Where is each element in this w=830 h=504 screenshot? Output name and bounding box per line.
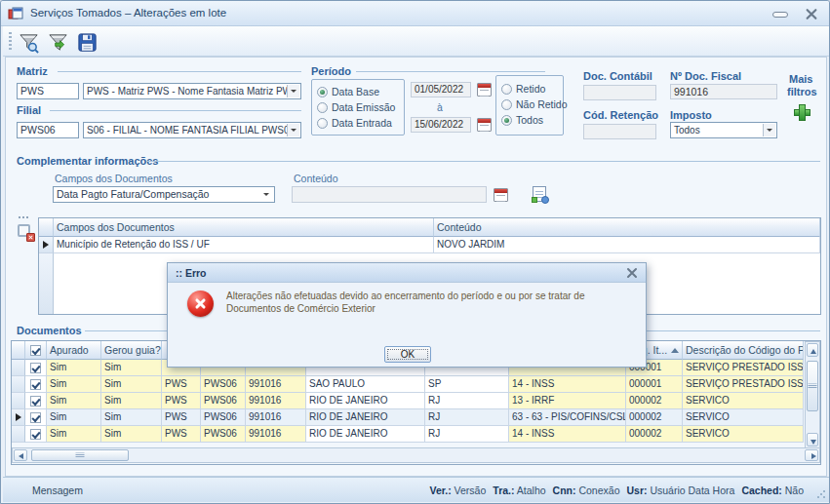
table-cell[interactable]: SAO PAULO [306, 376, 425, 393]
table-cell[interactable]: PWS [162, 409, 201, 426]
column-header[interactable]: Descrição do Código do P [683, 341, 804, 360]
date-to-input[interactable]: 15/06/2022 [411, 117, 471, 133]
titlebar[interactable]: Serviços Tomados – Alterações em lote [1, 1, 829, 26]
table-cell[interactable]: RIO DE JANEIRO [306, 409, 425, 426]
scrollbar-thumb[interactable] [807, 361, 818, 411]
table-row[interactable]: SimSimPWSPWS06991016RIO DE JANEIRORJ13 -… [12, 393, 820, 409]
table-cell[interactable]: Sim [101, 376, 162, 393]
table-cell[interactable]: RIO DE JANEIRO [306, 393, 425, 409]
table-cell[interactable]: PWS06 [201, 376, 246, 393]
chevron-down-icon[interactable] [287, 85, 299, 97]
table-cell[interactable]: 991016 [246, 409, 306, 426]
table-cell[interactable]: NOVO JARDIM [434, 237, 820, 253]
row-checkbox-cell[interactable] [25, 393, 47, 409]
matriz-code-input[interactable]: PWS [17, 83, 79, 99]
table-cell[interactable]: 000002 [626, 393, 683, 409]
filial-code-input[interactable]: PWS06 [17, 122, 79, 138]
table-cell[interactable]: SERVICO [683, 409, 804, 426]
column-header[interactable]: Campos dos Documentos [54, 218, 434, 237]
campos-documentos-combo[interactable]: Data Pagto Fatura/Compensação [53, 186, 275, 203]
horizontal-scrollbar[interactable] [12, 447, 820, 463]
table-cell[interactable]: Sim [101, 360, 162, 376]
scroll-left-button[interactable] [14, 449, 27, 461]
mais-filtros-add-icon[interactable] [794, 104, 809, 119]
table-cell[interactable]: RJ [425, 393, 509, 409]
table-cell[interactable]: 991016 [246, 376, 306, 393]
cod-retencao-input[interactable] [583, 124, 656, 139]
table-cell[interactable]: Sim [101, 426, 162, 443]
table-cell[interactable]: 991016 [246, 393, 306, 409]
error-dialog-close-button[interactable] [626, 267, 638, 279]
error-dialog-titlebar[interactable]: :: Erro [168, 263, 646, 283]
radio-option[interactable]: Data Emissão [312, 99, 404, 115]
table-row[interactable]: SimSimPWSPWS06991016RIO DE JANEIRORJ14 -… [12, 426, 820, 443]
chevron-down-icon[interactable] [763, 124, 775, 136]
table-cell[interactable]: PWS [162, 426, 201, 443]
table-cell[interactable]: SERVICO [683, 393, 804, 409]
table-cell[interactable]: PWS06 [201, 393, 246, 409]
checkbox-icon[interactable] [30, 412, 41, 423]
table-cell[interactable]: 000001 [626, 376, 683, 393]
filial-combo[interactable]: S06 - FILIAL - NOME FANTASIA FILIAL PWS0… [83, 122, 301, 138]
radio-option[interactable]: Não Retido [496, 97, 563, 112]
table-cell[interactable]: SP [425, 376, 509, 393]
table-cell[interactable]: Sim [47, 393, 101, 409]
calendar-icon[interactable] [494, 188, 508, 202]
table-cell[interactable]: Sim [47, 360, 101, 376]
table-cell[interactable]: Sim [47, 376, 101, 393]
scrollbar-thumb[interactable] [31, 449, 129, 461]
table-cell[interactable]: Sim [47, 426, 101, 443]
checkbox-icon[interactable] [30, 363, 41, 373]
save-button[interactable] [73, 28, 100, 55]
table-cell[interactable]: 14 - INSS [509, 376, 626, 393]
table-cell[interactable]: 000002 [626, 426, 683, 443]
imposto-combo[interactable]: Todos [670, 122, 777, 138]
row-checkbox-cell[interactable] [25, 376, 47, 393]
chevron-down-icon[interactable] [260, 188, 273, 201]
table-cell[interactable]: RIO DE JANEIRO [306, 426, 425, 443]
table-cell[interactable]: 000002 [626, 409, 683, 426]
table-cell[interactable]: 14 - INSS [509, 426, 626, 443]
table-cell[interactable]: PWS06 [201, 409, 246, 426]
column-header[interactable]: Gerou guia? [101, 341, 162, 360]
calendar-icon[interactable] [477, 118, 492, 132]
close-button[interactable] [805, 8, 818, 20]
toolbar-grip[interactable] [9, 32, 12, 52]
ok-button[interactable]: OK [384, 346, 431, 363]
table-cell[interactable]: PWS06 [201, 426, 246, 443]
table-cell[interactable]: 991016 [246, 426, 306, 443]
table-cell[interactable]: SERVIÇO PRESTADO ISS [683, 376, 804, 393]
row-checkbox-cell[interactable] [25, 360, 47, 376]
checkbox-icon[interactable] [30, 429, 41, 440]
table-cell[interactable]: RJ [425, 409, 509, 426]
scroll-down-button[interactable] [807, 433, 818, 446]
table-cell[interactable]: SERVICO [683, 426, 804, 443]
table-cell[interactable]: 13 - IRRF [509, 393, 626, 409]
table-cell[interactable]: PWS [162, 376, 201, 393]
radio-option[interactable]: Data Entrada [312, 115, 404, 131]
minimize-button[interactable] [772, 12, 788, 18]
filter-apply-button[interactable] [44, 28, 71, 55]
select-all-header[interactable] [25, 341, 47, 360]
num-doc-fiscal-input[interactable]: 991016 [670, 84, 777, 99]
matriz-combo[interactable]: PWS - Matriz PWS - Nome Fantasia Matriz … [83, 83, 301, 99]
table-cell[interactable]: RJ [425, 426, 509, 443]
table-row[interactable]: SimSimPWSPWS06991016SAO PAULOSP14 - INSS… [12, 376, 820, 393]
row-checkbox-cell[interactable] [25, 409, 47, 426]
table-cell[interactable]: PWS [162, 393, 201, 409]
checkbox-icon[interactable] [30, 345, 41, 356]
delete-row-button[interactable] [16, 222, 35, 242]
chevron-down-icon[interactable] [287, 124, 299, 136]
conteudo-input[interactable] [292, 186, 487, 203]
radio-option[interactable]: Todos [496, 112, 563, 128]
table-cell[interactable]: Sim [47, 409, 101, 426]
scroll-right-button[interactable] [805, 449, 818, 461]
date-from-input[interactable]: 01/05/2022 [411, 82, 471, 97]
add-document-icon[interactable] [533, 186, 546, 202]
table-cell[interactable]: Município de Retenção do ISS / UF [54, 237, 434, 253]
vertical-scrollbar[interactable] [805, 341, 820, 448]
table-cell[interactable]: Sim [101, 393, 162, 409]
checkbox-icon[interactable] [30, 379, 41, 390]
doc-contabil-input[interactable] [583, 85, 656, 100]
calendar-icon[interactable] [477, 83, 492, 97]
